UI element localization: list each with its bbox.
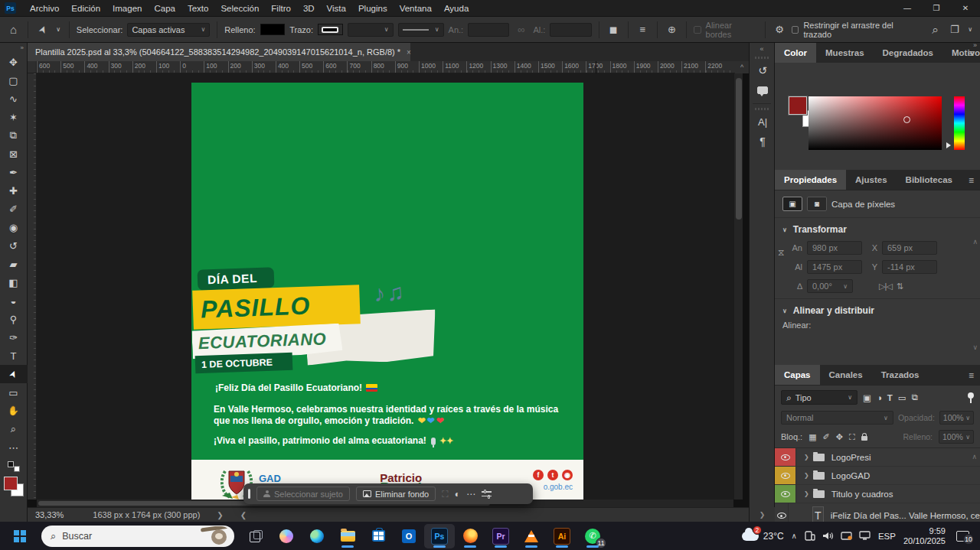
cast-icon[interactable] — [841, 531, 852, 541]
select-mode-dropdown[interactable]: Capas activas∨ — [127, 23, 210, 37]
comment-panel-icon[interactable] — [750, 80, 776, 100]
illustrator-button[interactable]: Ai — [547, 524, 577, 548]
panel-scroll-down-icon[interactable]: ∨ — [972, 343, 978, 351]
crop-tool[interactable]: ⧉ — [0, 126, 28, 145]
adjustments-icon[interactable]: ◐ — [455, 489, 460, 500]
workspace-switcher-icon[interactable]: ❐ — [947, 24, 962, 35]
tab-capas[interactable]: Capas — [775, 365, 820, 385]
tab-canales[interactable]: Canales — [820, 365, 872, 385]
lock-all-icon[interactable] — [861, 436, 867, 441]
tab-ajustes[interactable]: Ajustes — [846, 170, 897, 190]
layer-expand-arrow[interactable]: ❯ — [804, 472, 809, 479]
layer-expand-arrow[interactable]: ❯ — [804, 454, 809, 461]
restore-button[interactable]: ❐ — [922, 0, 951, 16]
hand-tool[interactable]: ✋ — [0, 402, 28, 420]
menu-item[interactable]: 3D — [297, 4, 321, 13]
more-options-icon[interactable]: ⋯ — [466, 489, 475, 500]
lock-transparency-icon[interactable]: ▦ — [808, 432, 816, 442]
eraser-tool[interactable]: ▰ — [0, 255, 28, 273]
character-panel-icon[interactable]: A| — [750, 112, 776, 132]
pen-tool[interactable]: ✑ — [0, 328, 28, 347]
task-view-button[interactable] — [240, 524, 271, 548]
fill-swatch[interactable] — [260, 24, 286, 35]
canvas-area[interactable]: DÍA DEL PASILLO ♪♫ ECUATORIANO 1 DE OCTU… — [37, 73, 733, 500]
dock-grip[interactable] — [755, 108, 769, 110]
filter-type-dropdown[interactable]: ⌕Tipo∨ — [781, 390, 858, 405]
layer-visibility-toggle[interactable] — [775, 467, 796, 484]
type-tool[interactable]: T — [0, 347, 28, 365]
lock-pixels-icon[interactable]: ✐ — [823, 432, 830, 442]
select-subject-button[interactable]: Seleccionar sujeto — [256, 487, 350, 501]
dock-expand-icon[interactable]: » — [973, 41, 977, 49]
edit-toolbar-button[interactable]: ⋯ — [0, 438, 28, 457]
dock-grip[interactable] — [755, 57, 769, 59]
workspace-chevron-icon[interactable]: ∨ — [966, 26, 974, 33]
dodge-tool[interactable]: ⚲ — [0, 310, 28, 328]
menu-item[interactable]: Texto — [181, 4, 215, 13]
link-dimensions-icon[interactable]: ∞ — [514, 24, 528, 35]
blend-mode-dropdown[interactable]: Normal∨ — [781, 411, 893, 425]
history-brush-tool[interactable]: ↺ — [0, 236, 28, 255]
pixel-layer-icon[interactable]: ▣ — [782, 197, 802, 211]
default-colors-icon[interactable] — [8, 461, 20, 472]
layer-row[interactable]: ❯ T LogoGAD — [775, 467, 980, 485]
language-indicator[interactable]: ESP — [878, 532, 896, 541]
tray-overflow-chevron-icon[interactable]: ∧ — [792, 532, 797, 540]
menu-item[interactable]: Archivo — [24, 4, 65, 13]
gear-icon[interactable]: ⚙ — [773, 24, 787, 35]
menu-item[interactable]: Ayuda — [438, 4, 475, 13]
foreground-swatch[interactable] — [789, 96, 807, 115]
tab-muestras[interactable]: Muestras — [816, 43, 874, 63]
foreground-background-swatches[interactable] — [4, 477, 24, 496]
filter-adjustment-layers-icon[interactable]: ◑ — [877, 393, 882, 402]
flip-vertical-icon[interactable]: ⇅ — [897, 282, 903, 291]
copilot-button[interactable] — [271, 524, 302, 548]
current-tool-icon[interactable]: ➤ — [34, 21, 51, 38]
height-input[interactable] — [550, 23, 591, 37]
stroke-swatch[interactable] — [318, 24, 343, 35]
fill-field[interactable]: 100%∨ — [939, 430, 974, 444]
quick-selection-tool[interactable]: ✶ — [0, 108, 28, 126]
marquee-tool[interactable]: ▢ — [0, 71, 28, 89]
tab-bibliotecas[interactable]: Bibliotecas — [897, 170, 962, 190]
constrain-path-drag-checkbox[interactable] — [792, 26, 799, 34]
tab-trazados[interactable]: Trazados — [872, 365, 929, 385]
angle-field[interactable]: 0,00°∨ — [807, 279, 853, 293]
hue-slider[interactable] — [954, 96, 965, 150]
zoom-level-field[interactable]: 33,33% — [28, 510, 74, 519]
toolbox-expand-icon[interactable]: » — [18, 43, 27, 53]
search-icon[interactable]: ⌕ — [928, 23, 942, 37]
filter-shape-layers-icon[interactable]: ▭ — [898, 392, 906, 403]
history-panel-icon[interactable]: ↺ — [750, 60, 776, 80]
lasso-tool[interactable]: ∿ — [0, 89, 28, 108]
layer-expand-arrow[interactable]: ❯ — [804, 490, 809, 497]
vertical-scrollbar-thumb[interactable] — [736, 78, 742, 220]
panel-menu-icon[interactable]: ≡ — [969, 48, 974, 59]
menu-item[interactable]: Selección — [214, 4, 265, 13]
stroke-width-dropdown[interactable]: ∨ — [348, 23, 394, 37]
width-input[interactable] — [468, 23, 509, 37]
flip-horizontal-icon[interactable]: ▷|◁ — [879, 282, 892, 291]
gradient-tool[interactable]: ◧ — [0, 273, 28, 291]
weather-widget[interactable]: 2 23°C — [742, 531, 784, 542]
opacity-field[interactable]: 100%∨ — [939, 411, 974, 425]
document-tab[interactable]: Plantilla 2025.psd al 33,3% (504664122_5… — [28, 43, 410, 61]
tab-color[interactable]: Color — [775, 43, 816, 63]
filter-type-layers-icon[interactable]: T — [887, 393, 893, 402]
close-button[interactable]: ✕ — [951, 0, 980, 16]
transform-icon[interactable]: ⛶ — [442, 489, 448, 500]
whatsapp-button[interactable]: ✆11 — [577, 524, 608, 548]
notifications-icon[interactable]: 10 — [956, 531, 969, 542]
tab-degradados[interactable]: Degradados — [874, 43, 942, 63]
frame-tool[interactable]: ⊠ — [0, 145, 28, 163]
clock[interactable]: 9:59 20/10/2025 — [903, 526, 946, 546]
network-display-icon[interactable] — [859, 531, 871, 541]
path-selection-tool[interactable]: ➤ — [0, 365, 28, 383]
contextual-task-bar[interactable]: Seleccionar sujeto Eliminar fondo ⛶ ◐ ⋯ — [243, 483, 533, 504]
outlook-button[interactable]: O — [394, 524, 424, 548]
menu-item[interactable]: Filtro — [265, 4, 297, 13]
panel-menu-icon[interactable]: ≡ — [969, 175, 974, 186]
device-link-icon[interactable] — [805, 531, 815, 541]
dock-collapse-icon[interactable]: « — [750, 43, 774, 53]
paragraph-panel-icon[interactable]: ¶ — [750, 132, 776, 151]
